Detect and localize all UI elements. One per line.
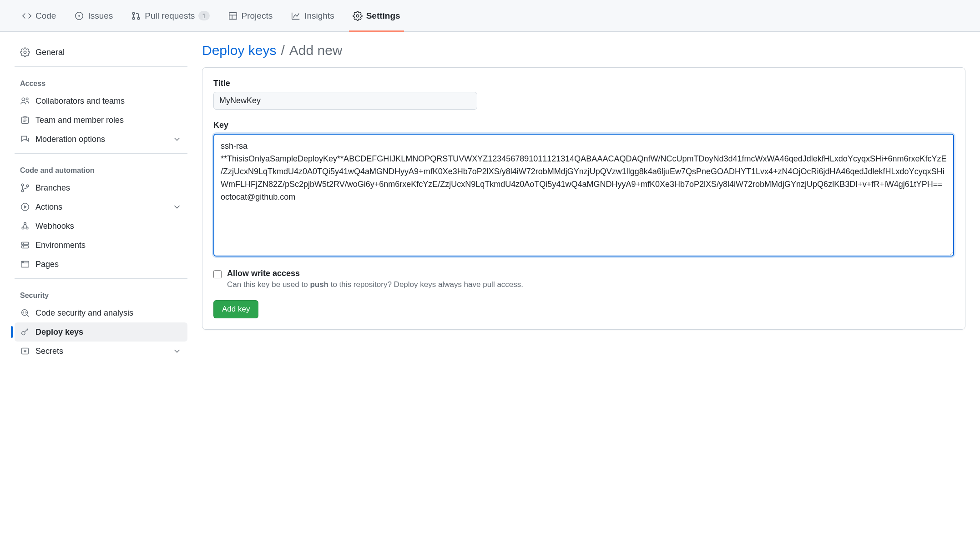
svg-point-32: [23, 262, 24, 262]
title-field-label: Title: [213, 79, 954, 88]
graph-icon: [291, 11, 301, 21]
sidebar-item-pages[interactable]: Pages: [15, 255, 187, 274]
chevron-down-icon: [172, 202, 182, 212]
codescan-icon: [20, 308, 30, 318]
sidebar-item-deploy-keys[interactable]: Deploy keys: [15, 322, 187, 342]
tab-code[interactable]: Code: [15, 0, 63, 32]
add-deploy-key-panel: Title Key Allow write access Can this ke…: [202, 67, 965, 330]
svg-point-18: [21, 190, 24, 192]
svg-point-11: [22, 98, 25, 101]
svg-marker-21: [24, 205, 27, 208]
svg-line-34: [27, 315, 29, 317]
sidebar-item-actions[interactable]: Actions: [15, 197, 187, 216]
chevron-down-icon: [172, 134, 182, 144]
sidebar-item-secrets[interactable]: Secrets: [15, 342, 187, 361]
divider: [15, 153, 187, 154]
sidebar-item-collaborators[interactable]: Collaborators and teams: [15, 91, 187, 111]
breadcrumb-current: Add new: [289, 43, 343, 58]
chevron-down-icon: [172, 346, 182, 356]
tab-insights[interactable]: Insights: [283, 0, 341, 32]
svg-point-12: [26, 98, 28, 100]
allow-write-checkbox[interactable]: [213, 270, 222, 278]
people-icon: [20, 96, 30, 106]
git-branch-icon: [20, 183, 30, 193]
play-icon: [20, 202, 30, 212]
svg-point-31: [22, 262, 23, 262]
sidebar-heading-security: Security: [15, 283, 187, 303]
breadcrumb-link-deploy-keys[interactable]: Deploy keys: [202, 43, 276, 58]
title-input[interactable]: [213, 92, 477, 110]
add-key-button[interactable]: Add key: [213, 300, 258, 318]
git-pull-request-icon: [131, 11, 141, 21]
svg-point-5: [138, 17, 140, 20]
sidebar-item-label: Webhooks: [35, 221, 74, 231]
sidebar-item-label: Moderation options: [35, 135, 105, 144]
allow-write-description: Can this key be used to push to this rep…: [227, 280, 523, 289]
sidebar-item-code-security[interactable]: Code security and analysis: [15, 303, 187, 322]
svg-point-10: [24, 51, 26, 54]
sidebar-item-team-roles[interactable]: Team and member roles: [15, 111, 187, 130]
svg-point-9: [356, 15, 359, 17]
allow-write-label: Allow write access: [227, 269, 523, 278]
main-content: Deploy keys / Add new Title Key Allow wr…: [202, 43, 965, 361]
gear-icon: [353, 11, 363, 21]
breadcrumb: Deploy keys / Add new: [202, 43, 965, 58]
pr-count-badge: 1: [198, 11, 209, 20]
sidebar-item-label: Team and member roles: [35, 116, 124, 125]
svg-point-28: [23, 246, 24, 247]
sidebar-item-label: General: [35, 48, 65, 57]
tab-pull-requests[interactable]: Pull requests 1: [124, 0, 217, 32]
sidebar-item-label: Deploy keys: [35, 327, 83, 337]
sidebar-item-label: Collaborators and teams: [35, 96, 125, 106]
sidebar-item-label: Branches: [35, 183, 70, 193]
svg-point-19: [26, 185, 29, 187]
sidebar-item-branches[interactable]: Branches: [15, 178, 187, 197]
tab-issues[interactable]: Issues: [67, 0, 120, 32]
gear-icon: [20, 47, 30, 57]
key-textarea[interactable]: [213, 134, 954, 256]
allow-write-access-row: Allow write access Can this key be used …: [213, 269, 954, 289]
sidebar-item-label: Environments: [35, 241, 86, 250]
svg-point-3: [133, 17, 135, 20]
tab-label: Settings: [366, 11, 400, 21]
tab-label: Pull requests: [145, 11, 195, 21]
tab-label: Code: [35, 11, 56, 21]
svg-point-23: [26, 227, 28, 229]
sidebar-item-label: Pages: [35, 260, 59, 269]
key-field-label: Key: [213, 121, 954, 130]
svg-point-35: [22, 332, 25, 335]
tab-projects[interactable]: Projects: [221, 0, 280, 32]
svg-point-22: [22, 227, 24, 229]
sidebar-item-webhooks[interactable]: Webhooks: [15, 216, 187, 236]
svg-point-24: [24, 222, 26, 225]
svg-point-27: [23, 243, 24, 244]
svg-point-2: [133, 12, 135, 15]
webhook-icon: [20, 221, 30, 231]
sidebar-item-label: Code security and analysis: [35, 308, 133, 318]
sidebar-heading-code-automation: Code and automation: [15, 158, 187, 178]
sidebar-item-label: Secrets: [35, 347, 63, 356]
browser-icon: [20, 259, 30, 269]
sidebar-item-label: Actions: [35, 202, 62, 212]
key-icon: [20, 327, 30, 337]
key-asterisk-icon: [20, 346, 30, 356]
table-icon: [228, 11, 238, 21]
server-icon: [20, 240, 30, 250]
sidebar-item-environments[interactable]: Environments: [15, 236, 187, 255]
tab-label: Projects: [242, 11, 273, 21]
issue-opened-icon: [74, 11, 84, 21]
sidebar-item-moderation[interactable]: Moderation options: [15, 130, 187, 149]
tab-settings[interactable]: Settings: [345, 0, 408, 32]
id-badge-icon: [20, 115, 30, 125]
svg-point-17: [21, 184, 24, 186]
breadcrumb-separator: /: [281, 43, 284, 58]
code-icon: [22, 11, 32, 21]
tab-label: Issues: [88, 11, 113, 21]
comment-discussion-icon: [20, 134, 30, 144]
sidebar-item-general[interactable]: General: [15, 43, 187, 62]
divider: [15, 278, 187, 279]
repo-nav: Code Issues Pull requests 1 Projects Ins…: [0, 0, 980, 32]
tab-label: Insights: [304, 11, 334, 21]
svg-rect-6: [229, 12, 237, 19]
settings-sidebar: General Access Collaborators and teams T…: [15, 43, 187, 361]
